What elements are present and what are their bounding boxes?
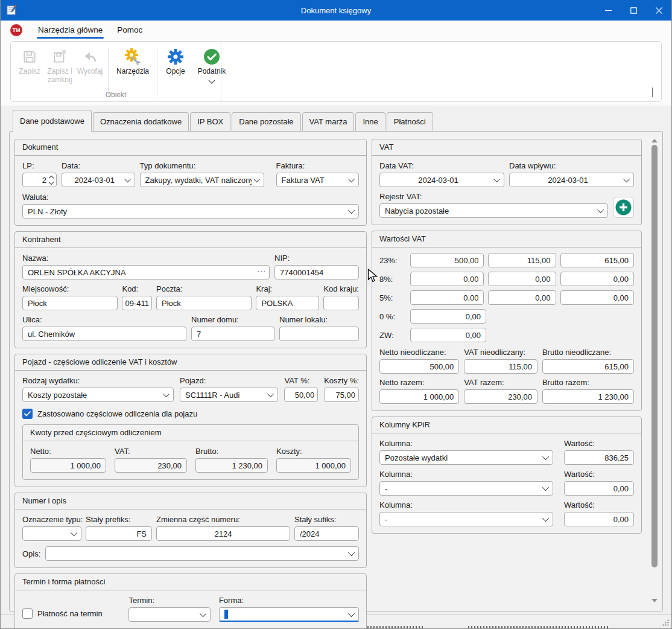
forma-label: Forma: xyxy=(219,596,359,605)
group-title: Kontrahent xyxy=(15,232,366,248)
scrollbar-track[interactable] xyxy=(651,145,658,596)
nazwa-browse-button[interactable]: ··· xyxy=(257,267,266,275)
kolumna-3-combobox[interactable]: - xyxy=(379,512,553,526)
kolumna-2-combobox[interactable]: - xyxy=(379,481,553,496)
resize-grip[interactable] xyxy=(662,619,670,627)
netto-5-input[interactable] xyxy=(410,290,484,305)
wartosc-2-input[interactable] xyxy=(564,481,634,496)
miejscowosc-input[interactable] xyxy=(22,296,118,310)
typ-dokumentu-combobox[interactable]: Zakupy, wydatki, VAT naliczony xyxy=(140,173,264,187)
scroll-down-arrow-icon[interactable] xyxy=(651,599,658,602)
vat-5-input[interactable] xyxy=(488,290,556,305)
nazwa-input[interactable] xyxy=(22,265,270,279)
numer-lokalu-input[interactable] xyxy=(279,327,359,341)
chevron-down-icon xyxy=(348,176,355,182)
vat-razem-label: VAT razem: xyxy=(464,378,537,387)
group-title: Kolumny KPiR xyxy=(372,417,641,433)
wartosc-1-input[interactable] xyxy=(564,450,634,465)
mouse-cursor xyxy=(367,269,381,283)
netto-nieodliczane-input[interactable] xyxy=(379,359,459,374)
chevron-down-icon xyxy=(493,176,500,182)
group-title: Wartości VAT xyxy=(372,231,641,247)
rodzaj-wydatku-combobox[interactable]: Koszty pozostałe xyxy=(22,388,174,402)
rejestr-vat-combobox[interactable]: Nabycia pozostałe xyxy=(379,203,608,218)
staly-prefiks-input[interactable] xyxy=(86,526,152,541)
vat-input[interactable] xyxy=(115,458,187,473)
netto-razem-input[interactable] xyxy=(379,389,459,404)
close-button[interactable] xyxy=(646,0,671,21)
brutto-5-input[interactable] xyxy=(560,290,634,305)
tab-platnosci[interactable]: Płatności xyxy=(387,112,433,131)
tab-dane-pozostale[interactable]: Dane pozostałe xyxy=(232,112,300,131)
vat-23-input[interactable] xyxy=(488,253,556,267)
netto-8-input[interactable] xyxy=(410,272,484,286)
scrollbar-thumb[interactable] xyxy=(651,145,658,567)
zapisz-button[interactable]: Zapisz xyxy=(14,46,45,77)
vat-nieodliczany-input[interactable] xyxy=(464,359,537,374)
ulica-input[interactable] xyxy=(22,327,186,341)
zapisz-i-zamknij-button[interactable]: Zapisz i zamknij xyxy=(45,46,75,86)
brutto-razem-input[interactable] xyxy=(542,389,634,404)
podatnik-button[interactable]: Podatnik xyxy=(191,46,233,84)
maximize-button[interactable] xyxy=(621,0,646,21)
faktura-combobox[interactable]: Faktura VAT xyxy=(276,173,359,187)
czesciowe-odliczenia-checkbox[interactable] xyxy=(22,409,33,419)
spinner-arrows-icon[interactable] xyxy=(49,176,53,184)
vat-procent-input[interactable] xyxy=(284,388,318,402)
vertical-scrollbar[interactable] xyxy=(650,139,659,602)
faktura-label: Faktura: xyxy=(276,161,359,170)
chevron-down-icon xyxy=(597,206,604,213)
numer-domu-input[interactable] xyxy=(191,327,274,341)
kod-input[interactable] xyxy=(122,296,152,310)
brutto-nieodliczane-input[interactable] xyxy=(542,359,634,374)
narzedzia-button[interactable]: Narzędzia xyxy=(112,46,154,77)
netto-zw-input[interactable] xyxy=(410,328,486,342)
netto-input[interactable] xyxy=(30,458,106,473)
brutto-23-input[interactable] xyxy=(560,253,634,267)
vat-razem-input[interactable] xyxy=(464,389,537,404)
data-vat-combobox[interactable]: 2024-03-01 xyxy=(379,173,504,187)
staly-sufiks-input[interactable] xyxy=(294,526,359,541)
poczta-input[interactable] xyxy=(156,296,252,310)
tab-oznaczenia-dodatkowe[interactable]: Oznaczenia dodatkowe xyxy=(93,112,189,131)
data-wplywu-combobox[interactable]: 2024-03-01 xyxy=(509,173,634,187)
scroll-up-arrow-icon[interactable] xyxy=(651,139,658,142)
brutto-8-input[interactable] xyxy=(560,272,634,286)
pojazd-combobox[interactable]: SC1111R - Audi xyxy=(180,388,278,402)
ribbon-tab-pomoc[interactable]: Pomoc xyxy=(110,22,150,38)
lp-spinner[interactable]: 2 xyxy=(22,173,57,187)
kraj-input[interactable] xyxy=(256,296,319,310)
tm-logo[interactable]: TM xyxy=(10,24,22,36)
wartosc-3-input[interactable] xyxy=(564,512,634,526)
tab-vat-marza[interactable]: VAT marża xyxy=(302,112,355,131)
koszty-procent-input[interactable] xyxy=(324,388,359,402)
minimize-button[interactable] xyxy=(595,0,621,21)
ribbon-collapse-button[interactable] xyxy=(648,88,653,97)
close-icon xyxy=(656,7,662,14)
add-rejestr-button[interactable] xyxy=(613,197,634,218)
vat-8-input[interactable] xyxy=(488,272,556,286)
tab-ip-box[interactable]: IP BOX xyxy=(190,112,230,131)
netto-0-input[interactable] xyxy=(410,309,486,324)
brutto-input[interactable] xyxy=(195,458,268,473)
opis-combobox[interactable] xyxy=(45,546,359,561)
nip-input[interactable] xyxy=(274,265,359,279)
wycofaj-button[interactable]: Wycofaj xyxy=(75,46,105,77)
opcje-button[interactable]: Opcje xyxy=(160,46,191,77)
waluta-label: Waluta: xyxy=(22,193,359,202)
opis-label: Opis: xyxy=(22,549,40,558)
kolumna-1-combobox[interactable]: Pozostałe wydatki xyxy=(379,450,553,465)
netto-23-input[interactable] xyxy=(410,253,484,267)
forma-combobox[interactable] xyxy=(219,607,359,622)
tab-inne[interactable]: Inne xyxy=(355,112,385,131)
kod-kraju-input[interactable] xyxy=(323,296,359,310)
termin-combobox[interactable] xyxy=(128,607,210,622)
oznaczenie-typu-combobox[interactable] xyxy=(22,526,81,541)
tab-dane-podstawowe[interactable]: Dane podstawowe xyxy=(13,110,92,132)
waluta-combobox[interactable]: PLN - Złoty xyxy=(22,204,359,219)
data-combobox[interactable]: 2024-03-01 xyxy=(62,173,135,187)
platnosc-na-termin-checkbox[interactable] xyxy=(22,608,33,619)
zmienna-czesc-input[interactable] xyxy=(156,526,290,541)
ribbon-tab-narzedzia-glowne[interactable]: Narzędzia główne xyxy=(31,22,110,38)
koszty-input[interactable] xyxy=(276,458,351,473)
